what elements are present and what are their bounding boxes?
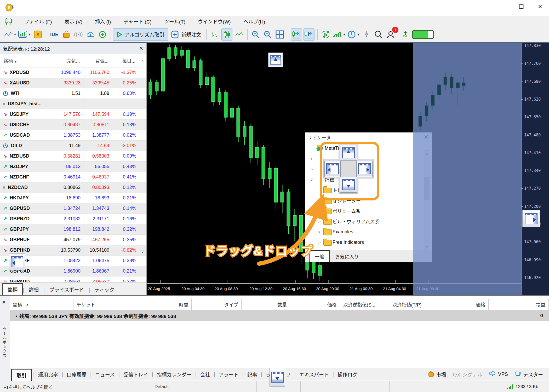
- bars-style-icon[interactable]: [209, 29, 220, 40]
- market-watch-row-USDJPY_hist...[interactable]: USDJPY_hist...: [0, 99, 146, 109]
- signals-broadcast-icon[interactable]: ((•)): [73, 29, 84, 40]
- chart-shift-icon[interactable]: [291, 28, 302, 41]
- toolbox-column-8[interactable]: 価格: [439, 299, 489, 310]
- expand-icon[interactable]: >: [308, 157, 315, 161]
- market-depth-icon[interactable]: ▼: [18, 29, 31, 40]
- refresh-data-icon[interactable]: [321, 29, 331, 40]
- dock-edge-right-icon[interactable]: [522, 210, 540, 227]
- navigator-item-ビル・ウィリアムス系[interactable]: >ビル・ウィリアムス系: [305, 216, 432, 227]
- navigator-item-MetaTrader 5[interactable]: MetaTrader 5: [305, 143, 432, 153]
- toolbox-tab-4[interactable]: 受信トレイ: [120, 369, 152, 379]
- toolbox-tab-8[interactable]: 記事: [244, 369, 261, 379]
- market-watch-row-HKDJPY[interactable]: ↗HKDJPY18.89018.8930.21%: [0, 193, 146, 203]
- toolbox-tab-1[interactable]: 運用比率: [35, 369, 62, 379]
- dock-guide-left[interactable]: [324, 161, 341, 177]
- chart-line-style-icon[interactable]: ▼: [4, 29, 16, 40]
- expand-icon[interactable]: ∨: [308, 177, 315, 182]
- minimize-button[interactable]: —: [496, 2, 508, 12]
- tile-windows-icon[interactable]: [274, 29, 285, 40]
- navigator-item-トレンド系[interactable]: トレンド系: [305, 185, 432, 195]
- toolbox-close-icon[interactable]: ✕: [2, 299, 6, 305]
- market-watch-row-NZDCAD[interactable]: NZDCAD0.808630.808930.12%: [0, 182, 146, 193]
- dock-guide-bottom[interactable]: [340, 177, 357, 193]
- market-watch-row-GBPHUF[interactable]: ↘GBPHUF457.079457.2550.35%: [0, 235, 146, 245]
- expand-icon[interactable]: >: [316, 219, 323, 224]
- new-order-button[interactable]: 新規注文: [168, 28, 204, 41]
- market-watch-row-GBPUSD[interactable]: ↗GBPUSD1.347241.347430.14%: [0, 203, 146, 214]
- toolbox-column-0[interactable]: 銘柄▲: [10, 299, 73, 310]
- market-watch-row-GBPJPY[interactable]: ↗GBPJPY198.812198.8420.32%: [0, 224, 146, 235]
- status-profile[interactable]: Default: [151, 381, 205, 392]
- auto-scroll-icon[interactable]: [304, 28, 314, 41]
- indicators-icon[interactable]: ▼: [333, 29, 346, 40]
- candles-style-icon[interactable]: [221, 28, 232, 41]
- quick-trade-icon[interactable]: [361, 29, 372, 40]
- column-daily[interactable]: 毎日...: [112, 57, 139, 64]
- chart-area[interactable]: 20 Aug 202520 Aug 04:3020 Aug 08:3020 Au…: [147, 43, 549, 295]
- market-watch-close-icon[interactable]: ✕: [136, 45, 146, 51]
- market-watch-row-XAUUSD[interactable]: ↘XAUUSD3339.283339.45-0.25%: [0, 78, 146, 88]
- market-watch-tab-0[interactable]: 銘柄: [2, 283, 23, 295]
- navigator-tab-1[interactable]: お気に入り: [330, 251, 364, 262]
- column-sell[interactable]: 売気...: [55, 57, 83, 64]
- market-watch-row-USDJPY[interactable]: ↘USDJPY147.576147.5940.19%: [0, 109, 146, 120]
- price-scale[interactable]: 147.830147.760147.690147.620147.550147.4…: [521, 43, 549, 295]
- notifications-icon[interactable]: 1: [385, 29, 396, 40]
- market-watch-row-WTI[interactable]: WTI1.511.890.60%: [0, 88, 146, 99]
- navigator-item-Examples[interactable]: >Examples: [305, 227, 432, 237]
- menu-item-2[interactable]: 挿入 (I): [89, 18, 117, 25]
- toolbox-link-3[interactable]: テスター: [515, 371, 543, 378]
- line-style-icon[interactable]: [234, 29, 244, 40]
- algo-trading-button[interactable]: アルゴリズム取引: [113, 28, 168, 41]
- maximize-button[interactable]: ☐: [515, 2, 527, 12]
- levels-icon[interactable]: LVL: [400, 29, 411, 40]
- menu-item-0[interactable]: ファイル (F): [18, 18, 58, 25]
- menu-item-4[interactable]: ツール(T): [158, 18, 192, 25]
- expand-icon[interactable]: >: [308, 167, 315, 171]
- column-buy[interactable]: 買気...: [83, 57, 112, 64]
- vps-cloud-icon[interactable]: [85, 29, 96, 40]
- toolbox-column-6[interactable]: 決済逆指値(S...: [340, 299, 389, 310]
- toolbox-column-4[interactable]: 数量: [242, 299, 290, 310]
- market-watch-tab-3[interactable]: ティック: [90, 284, 119, 295]
- dock-guide-right[interactable]: [356, 161, 373, 177]
- market-watch-row-NZDJPY[interactable]: ↗NZDJPY86.01286.0550.43%: [0, 162, 146, 172]
- economic-calendar-icon[interactable]: $: [33, 29, 43, 40]
- market-watch-row-USDCAD[interactable]: ↗USDCAD1.387531.387770.02%: [0, 130, 146, 141]
- toolbox-link-0[interactable]: 市場: [428, 371, 446, 378]
- market-watch-row-GBPNZD[interactable]: ↗GBPNZD2.310822.311710.16%: [0, 214, 146, 224]
- toolbox-tab-7[interactable]: アラート: [215, 369, 242, 379]
- ide-icon[interactable]: IDE: [49, 29, 60, 40]
- market-watch-row-GBPAUD[interactable]: ↘GBPAUD2.095612.096270.32%: [0, 276, 146, 282]
- expand-icon[interactable]: >: [316, 230, 323, 234]
- scroll-down-icon[interactable]: ∨: [139, 249, 146, 256]
- navigator-item-オシレーター[interactable]: オシレーター: [305, 195, 432, 206]
- market-store-icon[interactable]: [61, 29, 72, 40]
- toolbox-tab-3[interactable]: ニュース: [92, 369, 118, 379]
- navigator-titlebar[interactable]: ナビゲータ ✕: [305, 132, 432, 142]
- market-watch-row-NZDCHF[interactable]: ↗NZDCHF0.469140.469370.41%: [0, 172, 146, 182]
- dock-edge-bottom-icon[interactable]: [270, 368, 285, 387]
- toolbox-tab-5[interactable]: 指標カレンダー: [153, 369, 195, 379]
- menu-item-5[interactable]: ウインドウ(W): [192, 18, 237, 25]
- toolbox-column-7[interactable]: 決済指値(T/P): [389, 299, 439, 310]
- toolbox-link-1[interactable]: ((•))シグナル: [453, 371, 482, 378]
- toolbox-column-9[interactable]: 損益: [489, 299, 549, 310]
- add-symbol-icon[interactable]: [97, 29, 108, 40]
- toolbox-link-2[interactable]: VPS: [489, 371, 508, 378]
- toolbox-tab-0[interactable]: 取引: [11, 369, 32, 381]
- zoom-out-icon[interactable]: [262, 29, 273, 40]
- search-icon[interactable]: [373, 29, 384, 40]
- dock-guide-top[interactable]: [340, 145, 357, 161]
- toolbox-tab-6[interactable]: 会社: [197, 369, 214, 379]
- toolbox-column-5[interactable]: 価格: [290, 299, 340, 310]
- market-watch-row-OILD[interactable]: OILD11.4914.64-3.01%: [0, 141, 146, 151]
- navigator-tab-0[interactable]: 一般: [309, 250, 330, 262]
- close-button[interactable]: ✕: [534, 2, 546, 12]
- menu-item-3[interactable]: チャート (C): [117, 18, 158, 25]
- timeframes-icon[interactable]: ▼: [347, 29, 360, 40]
- column-symbol[interactable]: 銘柄 ▼: [0, 57, 55, 64]
- navigator-item-Free Indicators[interactable]: >Free Indicators: [305, 237, 432, 247]
- toolbox-column-1[interactable]: チケット: [73, 299, 118, 310]
- expand-icon[interactable]: >: [316, 209, 323, 213]
